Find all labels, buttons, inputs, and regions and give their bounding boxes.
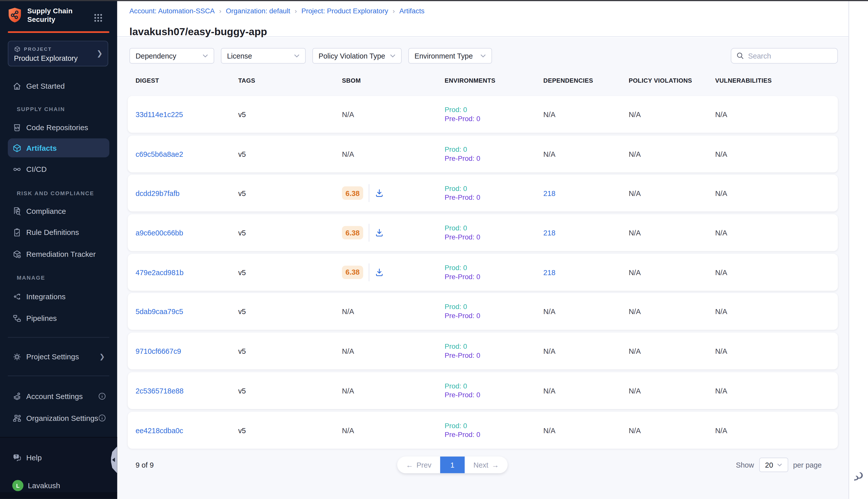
- environments-cell: Prod: 0 Pre-Prod: 0: [445, 303, 543, 320]
- digest-link[interactable]: 2c5365718e88: [136, 387, 184, 395]
- digest-link[interactable]: 33d114e1c225: [136, 111, 183, 119]
- sbom-value: N/A: [342, 111, 354, 119]
- digest-link[interactable]: c69c5b6a8ae2: [136, 150, 183, 158]
- prev-label: Prev: [417, 461, 431, 469]
- column-header-vulnerabilities: VULNERABILITIES: [715, 77, 838, 84]
- search-placeholder: Search: [748, 51, 771, 60]
- preprod-count: Pre-Prod: 0: [445, 194, 543, 202]
- dependencies-value: N/A: [543, 387, 555, 395]
- pager: ← Prev 1 Next →: [397, 457, 508, 473]
- digest-link[interactable]: 5dab9caa79c5: [136, 308, 183, 316]
- environment-type-filter-dropdown[interactable]: Environment Type: [408, 48, 492, 63]
- prev-page-button[interactable]: ← Prev: [397, 457, 440, 473]
- prod-count: Prod: 0: [445, 106, 543, 114]
- page-size-select[interactable]: 20: [759, 458, 788, 472]
- download-sbom-icon[interactable]: [375, 228, 384, 238]
- dependencies-value: N/A: [543, 347, 555, 355]
- next-page-button[interactable]: Next →: [464, 457, 508, 473]
- digest-link[interactable]: 9710cf6667c9: [136, 347, 181, 355]
- module-switcher-grid-icon[interactable]: [94, 13, 103, 22]
- breadcrumb-organization[interactable]: Organization: default: [226, 7, 290, 15]
- sidebar-item-cicd[interactable]: CI/CD: [0, 161, 117, 178]
- sidebar-item-get-started[interactable]: Get Started: [0, 78, 117, 95]
- policy-violation-type-filter-dropdown[interactable]: Policy Violation Type: [312, 48, 401, 63]
- table-row[interactable]: c69c5b6a8ae2 v5 N/A Prod: 0 Pre-Prod: 0 …: [128, 135, 838, 172]
- table-row[interactable]: 9710cf6667c9 v5 N/A Prod: 0 Pre-Prod: 0 …: [128, 333, 838, 369]
- integrations-icon: [12, 292, 22, 301]
- table-header: DIGEST TAGS SBOM ENVIRONMENTS DEPENDENCI…: [128, 77, 838, 84]
- tag-value: v5: [238, 190, 246, 198]
- sidebar-item-label: Account Settings: [26, 392, 83, 400]
- arrow-right-icon: →: [492, 461, 499, 469]
- environments-cell: Prod: 0 Pre-Prod: 0: [445, 264, 543, 281]
- digest-link[interactable]: a9c6e00c66bb: [136, 229, 183, 237]
- sidebar-item-account-settings[interactable]: Account Settings: [0, 388, 117, 405]
- feedback-chat-icon[interactable]: [853, 470, 865, 482]
- sidebar-item-integrations[interactable]: Integrations: [0, 288, 117, 305]
- table-row[interactable]: 5dab9caa79c5 v5 N/A Prod: 0 Pre-Prod: 0 …: [128, 293, 838, 330]
- per-page-label: per page: [793, 461, 822, 469]
- digest-link[interactable]: ee4218cdba0c: [136, 426, 183, 435]
- breadcrumb-project[interactable]: Project: Product Exploratory: [301, 7, 388, 15]
- sidebar-item-label: Artifacts: [26, 144, 57, 152]
- environments-cell: Prod: 0 Pre-Prod: 0: [445, 185, 543, 202]
- vulnerabilities-value: N/A: [715, 387, 727, 395]
- preprod-count: Pre-Prod: 0: [445, 273, 543, 281]
- vulnerabilities-value: N/A: [715, 347, 727, 355]
- sidebar-item-artifacts[interactable]: Artifacts: [0, 139, 117, 156]
- dependencies-link[interactable]: 218: [543, 229, 555, 237]
- page-size-value: 20: [765, 461, 773, 469]
- sidebar-item-pipelines[interactable]: Pipelines: [0, 310, 117, 327]
- dependencies-value: N/A: [543, 111, 555, 119]
- license-filter-dropdown[interactable]: License: [221, 48, 306, 63]
- table-row[interactable]: 2c5365718e88 v5 N/A Prod: 0 Pre-Prod: 0 …: [128, 372, 838, 409]
- preprod-count: Pre-Prod: 0: [445, 312, 543, 320]
- table-row[interactable]: a9c6e00c66bb v5 6.38 Prod: 0 Pre-Prod: 0…: [128, 214, 838, 251]
- sbom-value: N/A: [342, 308, 354, 316]
- sidebar-item-project-settings[interactable]: Project Settings ❯: [0, 348, 117, 365]
- page-header: Account: Automation-SSCA › Organization:…: [117, 1, 848, 37]
- policy-violations-value: N/A: [629, 229, 641, 237]
- artifacts-panel: Dependency License Policy Violation Type…: [117, 37, 848, 499]
- user-name: Lavakush: [28, 482, 60, 490]
- search-input[interactable]: Search: [731, 48, 838, 63]
- sidebar-item-label: Project Settings: [26, 353, 79, 361]
- sidebar-item-compliance[interactable]: Compliance: [0, 203, 117, 219]
- download-sbom-icon[interactable]: [375, 268, 384, 277]
- table-row[interactable]: dcdd29b7fafb v5 6.38 Prod: 0 Pre-Prod: 0…: [128, 175, 838, 212]
- digest-link[interactable]: 479e2acd981b: [136, 268, 184, 277]
- column-header-digest: DIGEST: [136, 77, 238, 84]
- preprod-count: Pre-Prod: 0: [445, 233, 543, 241]
- dependencies-link[interactable]: 218: [543, 268, 555, 277]
- sidebar-item-label: CI/CD: [26, 165, 47, 173]
- preprod-count: Pre-Prod: 0: [445, 391, 543, 399]
- compliance-document-icon: [12, 206, 22, 216]
- column-header-sbom: SBOM: [342, 77, 445, 84]
- collapse-arrow-icon: [112, 458, 115, 462]
- table-row[interactable]: 33d114e1c225 v5 N/A Prod: 0 Pre-Prod: 0 …: [128, 96, 838, 133]
- sidebar-item-organization-settings[interactable]: Organization Settings: [0, 410, 117, 426]
- prod-count: Prod: 0: [445, 422, 543, 429]
- sidebar-item-rule-definitions[interactable]: Rule Definitions: [0, 224, 117, 241]
- dependency-filter-dropdown[interactable]: Dependency: [129, 48, 214, 63]
- sidebar-item-help[interactable]: ? Help: [0, 449, 117, 466]
- policy-violations-value: N/A: [629, 268, 641, 277]
- table-row[interactable]: ee4218cdba0c v5 N/A Prod: 0 Pre-Prod: 0 …: [128, 412, 838, 449]
- sidebar-item-user[interactable]: L Lavakush: [0, 477, 117, 494]
- download-sbom-icon[interactable]: [375, 189, 384, 198]
- sidebar-item-code-repositories[interactable]: Code Repositories: [0, 119, 117, 136]
- breadcrumb-account[interactable]: Account: Automation-SSCA: [129, 7, 215, 15]
- preprod-count: Pre-Prod: 0: [445, 431, 543, 438]
- breadcrumb: Account: Automation-SSCA › Organization:…: [129, 7, 424, 15]
- right-side-panel: [848, 1, 868, 499]
- table-row[interactable]: 479e2acd981b v5 6.38 Prod: 0 Pre-Prod: 0…: [128, 254, 838, 291]
- app-window: Supply Chain Security PROJECT Product Ex…: [0, 0, 868, 499]
- prod-count: Prod: 0: [445, 382, 543, 390]
- info-icon: [98, 392, 106, 400]
- project-selector[interactable]: PROJECT Product Exploratory ❯: [8, 41, 108, 66]
- page-1-button[interactable]: 1: [440, 457, 464, 473]
- sidebar-item-remediation-tracker[interactable]: Remediation Tracker: [0, 245, 117, 262]
- breadcrumb-artifacts[interactable]: Artifacts: [399, 7, 424, 15]
- dependencies-link[interactable]: 218: [543, 190, 555, 198]
- digest-link[interactable]: dcdd29b7fafb: [136, 190, 179, 198]
